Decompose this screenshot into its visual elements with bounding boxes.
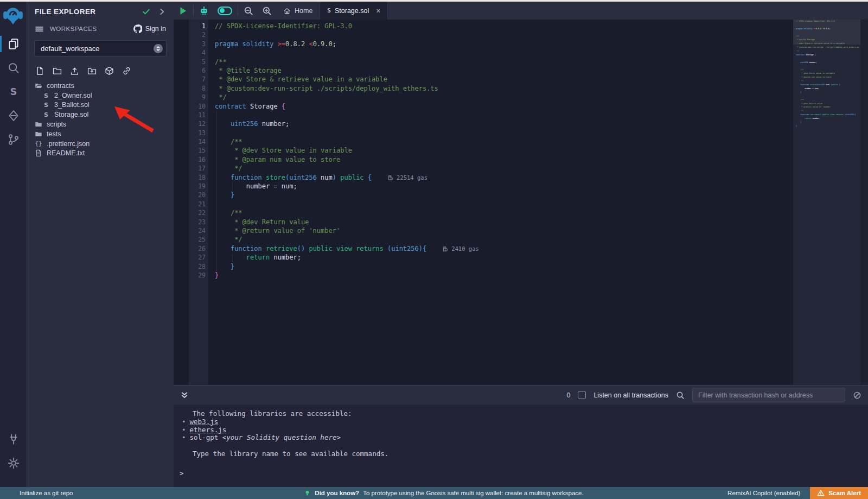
tree-item-3_Ballot.sol[interactable]: S3_Ballot.sol (27, 100, 174, 110)
line-number: 22 (189, 209, 206, 217)
workspace-select[interactable]: default_workspace (34, 40, 167, 56)
code-line[interactable]: 3pragma solidity >=0.8.2 <0.9.0; (174, 40, 868, 48)
minimap-line: * @custom:dev-run-script ./scripts/deplo… (793, 46, 860, 49)
status-right: RemixAI Copilot (enabled) Scam Alert (584, 487, 868, 499)
code-line[interactable]: 7 * @dev Store & retrieve value in a var… (174, 75, 868, 84)
code-line[interactable]: 17 */ (174, 164, 868, 173)
icon-panel-git[interactable] (0, 128, 27, 151)
terminal-collapse-icon[interactable] (180, 391, 189, 400)
code-line[interactable]: 5/** (174, 58, 868, 66)
run-script-button[interactable] (174, 2, 192, 20)
braces-icon: {} (35, 140, 42, 147)
sign-in-button[interactable]: Sign in (133, 24, 166, 33)
new-folder-icon[interactable] (53, 66, 62, 75)
library-link-web3.js[interactable]: web3.js (190, 418, 219, 426)
code-line[interactable]: 16 * @param num value to store (174, 155, 868, 164)
minimap-line: * @param num value to store (793, 75, 860, 79)
listen-transactions-checkbox[interactable] (578, 391, 586, 399)
icon-panel-solidity-compiler[interactable]: S (0, 80, 27, 104)
terminal-line: Type the library name to see available c… (174, 450, 868, 458)
terminal-prompt[interactable]: > (180, 469, 184, 477)
line-number: 25 (189, 235, 206, 244)
close-tab-icon[interactable]: × (376, 7, 380, 15)
code-line[interactable]: 4 (174, 48, 868, 57)
minimap-line: number = num; (793, 87, 860, 91)
zoom-in-icon[interactable] (258, 2, 276, 20)
upload-file-icon[interactable] (70, 66, 79, 75)
cube-icon[interactable] (105, 66, 114, 75)
remix-logo[interactable] (3, 5, 24, 27)
workspace-name: default_workspace (41, 45, 154, 53)
ai-copilot-robot-icon[interactable] (195, 2, 213, 20)
code-line[interactable]: 15 * @dev Store value in variable (174, 146, 868, 155)
icon-panel-plugin-manager[interactable] (0, 427, 27, 451)
editor-minimap[interactable]: // SPDX-License-Identifier: GPL-3.0pragm… (793, 20, 860, 385)
code-line[interactable]: 18 function store(uint256 num) public {2… (174, 173, 868, 182)
new-file-icon[interactable] (35, 66, 44, 75)
code-line[interactable]: 12 uint256 number; (174, 119, 868, 128)
icon-panel: S (0, 2, 27, 487)
workspace-select-toggle-icon[interactable] (154, 44, 163, 53)
code-line[interactable]: 10contract Storage { (174, 102, 868, 111)
tab-Storage.sol[interactable]: SStorage.sol× (320, 2, 388, 20)
workspaces-menu-icon[interactable] (35, 24, 44, 34)
svg-text:S: S (44, 111, 48, 118)
indent-guide (216, 200, 217, 209)
code-line[interactable]: 24 * @return value of 'number' (174, 226, 868, 235)
tree-item-contracts[interactable]: contracts (27, 81, 174, 91)
zoom-out-icon[interactable] (239, 2, 258, 20)
code-line[interactable]: 1// SPDX-License-Identifier: GPL-3.0 (174, 22, 868, 30)
sign-in-label: Sign in (145, 25, 166, 33)
code-line[interactable]: 14 /** (174, 137, 868, 146)
tree-item-scripts[interactable]: scripts (27, 119, 174, 129)
code-line[interactable]: 20 } (174, 191, 868, 199)
code-line[interactable]: 29} (174, 271, 868, 280)
icon-panel-settings[interactable] (0, 451, 27, 475)
tree-item-label: 2_Owner.sol (54, 92, 92, 99)
code-line[interactable]: 23 * @dev Return value (174, 218, 868, 226)
terminal-search-icon[interactable] (676, 391, 685, 400)
code-line[interactable]: 26 function retrieve() public view retur… (174, 244, 868, 253)
copilot-status[interactable]: RemixAI Copilot (enabled) (727, 490, 800, 496)
link-icon[interactable] (122, 66, 131, 75)
minimap-line: * @dev Store value in variable (793, 72, 860, 75)
git-init-button[interactable]: Initialize as git repo (0, 490, 304, 496)
library-link-ethers.js[interactable]: ethers.js (190, 426, 227, 434)
tree-item-README.txt[interactable]: README.txt (27, 149, 174, 159)
code-line[interactable]: 22 /** (174, 209, 868, 217)
svg-text:S: S (44, 102, 48, 109)
chevron-right-icon[interactable] (158, 8, 166, 16)
tree-item-Storage.sol[interactable]: SStorage.sol (27, 110, 174, 119)
code-line[interactable]: 25 */ (174, 235, 868, 244)
code-line[interactable]: 8 * @custom:dev-run-script ./scripts/dep… (174, 84, 868, 93)
code-editor[interactable]: 1// SPDX-License-Identifier: GPL-3.023pr… (174, 20, 868, 385)
warning-icon (817, 489, 825, 497)
upload-folder-icon[interactable] (87, 66, 97, 75)
icon-panel-deploy-run[interactable] (0, 104, 27, 128)
terminal[interactable]: The following libraries are accessible:•… (174, 405, 868, 487)
scam-alert-button[interactable]: Scam Alert (810, 487, 868, 499)
code-line[interactable]: 28 } (174, 262, 868, 271)
line-number: 28 (189, 262, 206, 271)
icon-panel-search[interactable] (0, 56, 27, 80)
tree-item-.prettierrc.json[interactable]: {}.prettierrc.json (27, 139, 174, 149)
code-line[interactable]: 6 * @title Storage (174, 66, 868, 75)
check-icon (142, 8, 150, 16)
tree-item-tests[interactable]: tests (27, 129, 174, 139)
ai-copilot-toggle[interactable] (213, 2, 237, 20)
editor-scrollbar[interactable] (860, 20, 868, 385)
code-line[interactable]: 21 (174, 200, 868, 209)
code-line[interactable]: 13 (174, 129, 868, 137)
tab-Home[interactable]: Home (276, 2, 320, 20)
clear-console-icon[interactable] (853, 391, 861, 400)
code-line[interactable]: 27 return number; (174, 253, 868, 262)
line-number: 15 (189, 146, 206, 155)
code-line[interactable]: 11 (174, 111, 868, 119)
tree-item-2_Owner.sol[interactable]: S2_Owner.sol (27, 91, 174, 100)
icon-panel-file-explorer[interactable] (0, 32, 27, 56)
file-explorer-panel: FILE EXPLORER WORKSPACES Sign in default… (27, 2, 174, 487)
code-line[interactable]: 9 */ (174, 93, 868, 102)
code-line[interactable]: 19 number = num; (174, 182, 868, 191)
transaction-filter-input[interactable] (692, 388, 845, 402)
code-line[interactable]: 2 (174, 30, 868, 39)
